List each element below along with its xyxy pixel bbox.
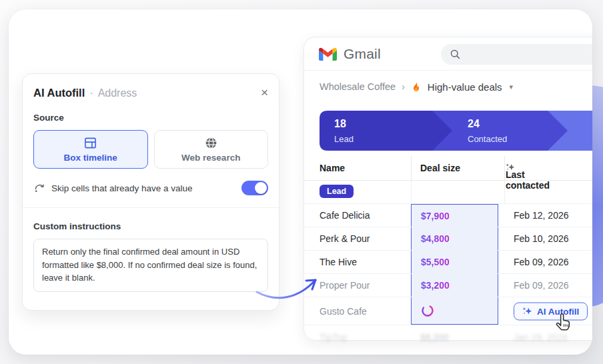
divider [23, 207, 279, 208]
table-row[interactable]: Perk & Pour $4,800 Feb 10, 2026 AI Autof… [304, 227, 592, 251]
cell-deal-size[interactable]: $7,900 [411, 204, 498, 227]
cell-last-contacted: Feb 12, 2026 AI Autofill [514, 210, 569, 221]
title-separator: · [89, 87, 93, 99]
app-name: Gmail [344, 46, 381, 62]
breadcrumb-current[interactable]: High-value deals [428, 81, 502, 93]
ai-autofill-dialog: AI Autofill · Address × Source Box timel… [22, 73, 279, 311]
chevron-down-icon[interactable]: ▾ [510, 83, 514, 91]
table-row[interactable]: Cafe Delicia $7,900 Feb 12, 2026 AI Auto… [304, 204, 592, 227]
cell-last-contacted: AI Autofill [514, 302, 588, 320]
source-option-web-research[interactable]: Web research [154, 130, 269, 169]
dialog-subtitle: Address [98, 87, 137, 99]
column-header-deal-size[interactable]: Deal size [420, 163, 460, 173]
column-divider [504, 181, 505, 203]
deal-value: $5,500 [421, 257, 450, 267]
source-section-label: Source [33, 113, 268, 123]
pipeline-funnel: 18 Lead 24 Contacted [320, 111, 592, 151]
custom-instructions-label: Custom instructions [33, 221, 268, 231]
table-row[interactable]: Proper Pour $3,200 Feb 09, 2026 AI Autof… [304, 274, 592, 297]
cell-last-contacted: Feb 09, 2026 AI Autofill [514, 257, 569, 267]
cell-name: TipTop [320, 332, 348, 343]
funnel-stage-2-label: 24 Contacted [468, 117, 507, 145]
stage-count: 18 [334, 117, 354, 131]
cell-last-contacted: Feb 09, 2026 AI Autofill [514, 280, 569, 291]
deal-value: $4,800 [421, 233, 450, 244]
gmail-header: Gmail [304, 37, 592, 71]
last-contacted-value: Feb 09, 2026 [514, 257, 569, 267]
cell-deal-size[interactable] [411, 297, 498, 325]
breadcrumb-parent[interactable]: Wholesale Coffee [320, 81, 396, 92]
annotation-arrow [254, 271, 321, 304]
column-divider [504, 156, 505, 180]
cell-last-contacted: Feb 10, 2026 AI Autofill [514, 233, 569, 244]
cell-deal-size[interactable]: $5,500 [411, 251, 498, 273]
last-contacted-value: Feb 10, 2026 [514, 233, 569, 244]
last-contacted-value: Feb 12, 2026 [514, 210, 569, 221]
gmail-panel: Gmail Wholesale Coffee › High-value deal… [304, 37, 592, 341]
cell-deal-size[interactable]: $4,800 [411, 227, 498, 250]
cell-name: Proper Pour [320, 280, 370, 291]
box-timeline-icon [83, 136, 97, 150]
table-row[interactable]: TipTop $8,200 Jan 29, 2026 AI Autofill [304, 325, 592, 349]
breadcrumb-separator: › [402, 81, 405, 92]
ai-autofill-button[interactable]: AI Autofill [514, 302, 588, 320]
gmail-logo: Gmail [319, 46, 381, 62]
globe-icon [204, 136, 218, 150]
gmail-m-icon [319, 47, 337, 61]
skip-toggle-label: Skip cells that already have a value [51, 183, 193, 193]
table-rows: Cafe Delicia $7,900 Feb 12, 2026 AI Auto… [304, 204, 592, 349]
deal-value: $8,200 [420, 332, 449, 343]
skip-refresh-icon [33, 182, 45, 194]
dialog-title: AI Autofill [33, 87, 85, 99]
last-contacted-value: Jan 29, 2026 [514, 332, 568, 343]
source-options: Box timeline Web research [33, 130, 268, 169]
source-option-box-timeline[interactable]: Box timeline [33, 130, 148, 169]
stage-label: Contacted [468, 134, 507, 144]
stage-count: 24 [468, 117, 507, 131]
toggle-knob [255, 182, 267, 194]
flame-icon [411, 81, 422, 92]
ai-sparkle-icon [522, 306, 532, 316]
cell-name: Gusto Cafe [320, 306, 367, 317]
column-divider [411, 181, 412, 203]
search-icon [450, 49, 461, 60]
cell-last-contacted: Jan 29, 2026 AI Autofill [514, 332, 568, 343]
cell-name: The Hive [320, 257, 357, 267]
skip-toggle[interactable] [241, 181, 268, 195]
column-divider [411, 156, 412, 180]
lead-status-badge[interactable]: Lead [320, 185, 354, 198]
loading-spinner-icon [421, 304, 434, 317]
source-option-label: Box timeline [64, 153, 117, 163]
group-row-lead: Lead [304, 181, 592, 204]
cell-deal-size[interactable]: $3,200 [411, 274, 498, 297]
source-option-label: Web research [181, 153, 240, 163]
search-input[interactable] [441, 44, 592, 65]
breadcrumb: Wholesale Coffee › High-value deals ▾ [304, 71, 592, 103]
table-row[interactable]: Gusto Cafe AI Autofill [304, 297, 592, 325]
hero-card: Gmail Wholesale Coffee › High-value deal… [9, 9, 592, 355]
funnel-stage-1-label: 18 Lead [334, 117, 354, 145]
table-header: Name Deal size Last contacted [304, 156, 592, 181]
deal-value: $7,900 [421, 211, 450, 221]
column-header-last-contacted[interactable]: Last contacted [506, 163, 515, 172]
cell-name: Perk & Pour [320, 233, 370, 244]
last-contacted-value: Feb 09, 2026 [514, 280, 569, 291]
stage-label: Lead [334, 134, 354, 144]
table-row[interactable]: The Hive $5,500 Feb 09, 2026 AI Autofill [304, 251, 592, 274]
custom-instructions-input[interactable]: Return only the final confirmed deal amo… [33, 239, 268, 292]
cell-name: Cafe Delicia [320, 210, 370, 221]
close-icon[interactable]: × [261, 86, 268, 99]
page-background: Gmail Wholesale Coffee › High-value deal… [0, 0, 603, 364]
column-header-name[interactable]: Name [320, 163, 345, 173]
cell-deal-size[interactable]: $8,200 [411, 325, 498, 349]
deal-value: $3,200 [421, 280, 450, 291]
